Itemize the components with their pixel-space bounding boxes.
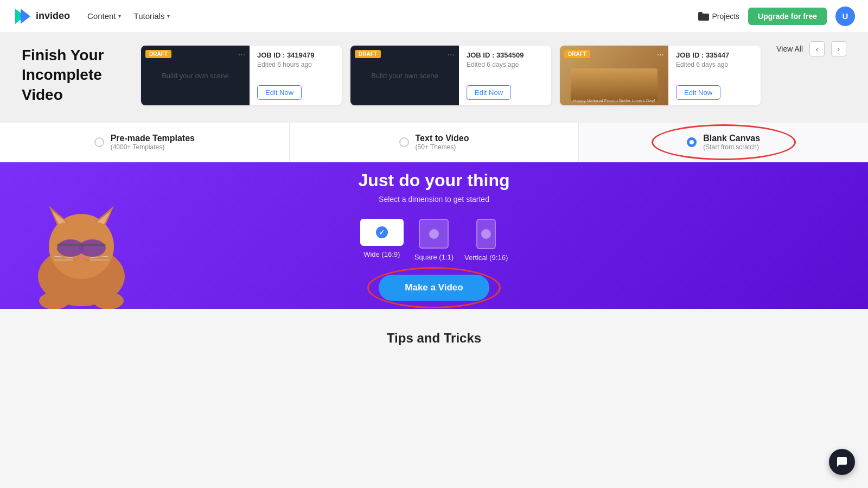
tab-sublabel-premade: (4000+ Templates) [111, 143, 195, 151]
tips-section: Tips and Tricks [0, 309, 868, 367]
dim-label-square: Square (1:1) [414, 253, 454, 261]
draft-badge-3: DRAFT [564, 50, 590, 58]
draft-info-3: JOB ID : 335447 Edited 6 days ago Edit N… [668, 46, 761, 105]
draft-thumbnail-3: DRAFT ··· Happy National Peanut Butter L… [560, 46, 668, 105]
view-all-link[interactable]: View All [776, 45, 803, 53]
draft-build-text-2: Build your own scene [371, 72, 438, 80]
tab-radio-premade [94, 137, 104, 147]
dim-box-wide: ✓ [360, 219, 404, 246]
dim-wide[interactable]: ✓ Wide (16:9) [360, 219, 404, 262]
toast-caption: Happy National Peanut Butter Lovers Day! [573, 98, 655, 103]
navbar: invideo Content ▾ Tutorials ▾ Projects U… [0, 0, 868, 33]
draft-card-inner: DRAFT ··· Build your own scene JOB ID : … [141, 46, 342, 105]
upgrade-button[interactable]: Upgrade for free [748, 8, 827, 25]
tab-label-texttovideo: Text to Video [416, 134, 469, 143]
draft-card-inner-3: DRAFT ··· Happy National Peanut Butter L… [560, 46, 761, 105]
tab-label-premade: Pre-made Templates [111, 134, 195, 143]
draft-edited-3: Edited 6 days ago [676, 61, 753, 68]
draft-build-text-1: Build your own scene [162, 72, 229, 80]
draft-more-3[interactable]: ··· [657, 50, 664, 60]
toast-image [571, 68, 658, 101]
svg-point-19 [39, 292, 69, 309]
invideo-logo-icon [13, 7, 33, 26]
chevron-down-icon: ▾ [167, 13, 170, 19]
tabs-row: Pre-made Templates (4000+ Templates) Tex… [0, 123, 868, 162]
dim-label-wide: Wide (16:9) [363, 250, 400, 258]
svg-point-20 [93, 292, 124, 309]
purple-banner: Just do your thing Select a dimension to… [0, 162, 868, 309]
incomplete-section: View All ‹ › Finish Your Incomplete Vide… [0, 33, 868, 123]
dim-box-square [419, 219, 449, 249]
svg-rect-12 [57, 244, 106, 246]
tab-sublabel-texttovideo: (50+ Themes) [416, 143, 469, 151]
chevron-down-icon: ▾ [118, 13, 121, 19]
draft-card-2: DRAFT ··· Build your own scene JOB ID : … [350, 46, 551, 105]
svg-point-11 [79, 239, 106, 257]
banner-subtitle: Select a dimension to get started [358, 195, 509, 204]
tab-sublabel-blankcanvas: (Start from scratch) [703, 143, 760, 151]
make-video-wrapper: Make a Video [379, 275, 489, 301]
draft-more-1[interactable]: ··· [238, 50, 245, 60]
tab-label-blankcanvas: Blank Canvas [703, 134, 760, 143]
tab-blankcanvas[interactable]: Blank Canvas (Start from scratch) [579, 123, 868, 162]
navbar-right: Projects Upgrade for free U [698, 7, 856, 26]
dim-label-vertical: Vertical (9:16) [464, 253, 508, 262]
svg-rect-3 [698, 12, 703, 15]
prev-arrow[interactable]: ‹ [809, 41, 825, 56]
tab-premade[interactable]: Pre-made Templates (4000+ Templates) [0, 123, 290, 162]
tab-radio-texttovideo [399, 137, 409, 147]
draft-edited-1: Edited 6 hours ago [257, 61, 334, 68]
svg-marker-1 [21, 9, 30, 24]
draft-edited-2: Edited 6 days ago [467, 61, 544, 68]
edit-now-button-3[interactable]: Edit Now [676, 85, 720, 100]
drafts-container: DRAFT ··· Build your own scene JOB ID : … [141, 46, 846, 105]
draft-info-2: JOB ID : 3354509 Edited 6 days ago Edit … [459, 46, 551, 105]
draft-badge-2: DRAFT [355, 50, 381, 58]
draft-more-2[interactable]: ··· [448, 50, 455, 60]
draft-card-inner-2: DRAFT ··· Build your own scene JOB ID : … [350, 46, 551, 105]
tabs-section: Pre-made Templates (4000+ Templates) Tex… [0, 123, 868, 162]
draft-thumbnail-2: DRAFT ··· Build your own scene [350, 46, 459, 105]
view-all-controls: View All ‹ › [776, 41, 846, 56]
next-arrow[interactable]: › [831, 41, 846, 56]
dimension-options: ✓ Wide (16:9) Square (1:1) Vertical (9:1… [358, 219, 509, 262]
folder-icon [698, 12, 709, 21]
dim-vertical[interactable]: Vertical (9:16) [464, 219, 508, 262]
draft-job-id-2: JOB ID : 3354509 [467, 51, 544, 59]
draft-card-3: DRAFT ··· Happy National Peanut Butter L… [560, 46, 761, 105]
user-avatar[interactable]: U [835, 7, 855, 26]
projects-button[interactable]: Projects [698, 12, 740, 21]
dim-square[interactable]: Square (1:1) [414, 219, 454, 262]
logo-text: invideo [36, 10, 70, 22]
tab-text-texttovideo: Text to Video (50+ Themes) [416, 134, 469, 151]
incomplete-title: Finish Your Incomplete Video [22, 46, 119, 105]
tab-texttovideo[interactable]: Text to Video (50+ Themes) [290, 123, 579, 162]
make-video-button[interactable]: Make a Video [379, 275, 489, 301]
draft-info-1: JOB ID : 3419479 Edited 6 hours ago Edit… [250, 46, 342, 105]
tab-radio-blankcanvas [687, 137, 697, 147]
nav-content[interactable]: Content ▾ [87, 11, 121, 21]
banner-title: Just do your thing [358, 170, 509, 191]
cat-illustration [0, 168, 163, 309]
draft-job-id-3: JOB ID : 335447 [676, 51, 753, 59]
tab-text-premade: Pre-made Templates (4000+ Templates) [111, 134, 195, 151]
edit-now-button-2[interactable]: Edit Now [467, 85, 511, 100]
draft-badge-1: DRAFT [145, 50, 171, 58]
incomplete-header: Finish Your Incomplete Video DRAFT ··· B… [22, 46, 846, 105]
edit-now-button-1[interactable]: Edit Now [257, 85, 302, 100]
draft-thumbnail-1: DRAFT ··· Build your own scene [141, 46, 250, 105]
banner-center: Just do your thing Select a dimension to… [358, 170, 509, 301]
main-content: View All ‹ › Finish Your Incomplete Vide… [0, 33, 868, 367]
tab-text-blankcanvas: Blank Canvas (Start from scratch) [703, 134, 760, 151]
draft-job-id-1: JOB ID : 3419479 [257, 51, 334, 59]
tips-title: Tips and Tricks [22, 331, 846, 346]
draft-card: DRAFT ··· Build your own scene JOB ID : … [141, 46, 342, 105]
dim-box-vertical [476, 219, 496, 249]
nav-links: Content ▾ Tutorials ▾ [87, 11, 170, 21]
logo[interactable]: invideo [13, 7, 70, 26]
dim-check-wide: ✓ [376, 226, 388, 238]
dim-check-square [429, 229, 439, 239]
nav-tutorials[interactable]: Tutorials ▾ [134, 11, 170, 21]
dim-check-vertical [481, 229, 491, 239]
